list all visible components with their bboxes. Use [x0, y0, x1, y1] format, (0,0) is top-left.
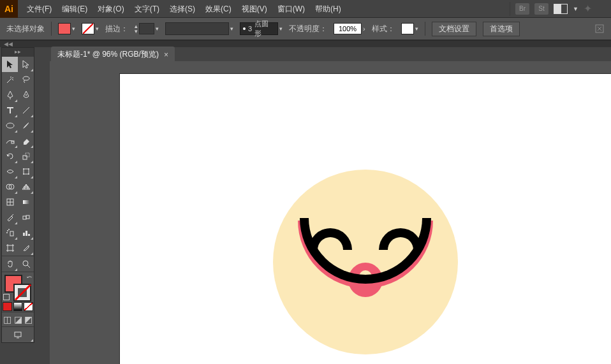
hand-tool[interactable]: [2, 256, 18, 272]
blend-tool[interactable]: [18, 210, 34, 225]
svg-rect-25: [8, 245, 13, 251]
document-tab-title: 未标题-1* @ 96% (RGB/预览): [57, 49, 159, 60]
sync-icon[interactable]: ✦: [584, 3, 592, 15]
ellipse-tool[interactable]: [2, 118, 18, 133]
document-setup-button[interactable]: 文档设置: [432, 22, 476, 36]
svg-rect-24: [28, 234, 30, 236]
selection-tool[interactable]: [2, 57, 18, 72]
chevron-down-icon[interactable]: ▾: [415, 25, 418, 32]
width-tool[interactable]: [2, 164, 18, 179]
curvature-tool[interactable]: [18, 87, 34, 103]
stroke-color-control[interactable]: ▾: [82, 23, 99, 34]
chevron-down-icon[interactable]: ▼: [573, 6, 578, 12]
arrange-documents-icon[interactable]: [554, 4, 568, 14]
artboard[interactable]: [120, 74, 611, 364]
svg-point-26: [23, 261, 28, 266]
direct-selection-tool[interactable]: [18, 57, 34, 72]
menu-right: Br St ▼ ✦: [510, 2, 611, 16]
slice-tool[interactable]: [18, 240, 34, 256]
draw-normal-icon[interactable]: ◫: [2, 312, 13, 326]
stroke-weight-input[interactable]: [139, 23, 154, 34]
eyedropper-tool[interactable]: [2, 210, 18, 225]
magic-wand-tool[interactable]: [2, 72, 18, 87]
isolate-mode-icon[interactable]: [594, 24, 605, 34]
menu-object[interactable]: 对象(O): [92, 0, 129, 18]
chevron-down-icon[interactable]: ▾: [279, 25, 283, 32]
menu-items: 文件(F) 编辑(E) 对象(O) 文字(T) 选择(S) 效果(C) 视图(V…: [22, 0, 346, 18]
color-mode-none[interactable]: [24, 302, 33, 311]
svg-point-1: [23, 76, 29, 80]
chevron-right-icon[interactable]: ›: [363, 25, 365, 33]
menu-type[interactable]: 文字(T): [129, 0, 165, 18]
gradient-tool[interactable]: [18, 194, 34, 210]
stock-icon[interactable]: St: [534, 3, 548, 15]
zoom-tool[interactable]: [18, 256, 34, 272]
menu-file[interactable]: 文件(F): [22, 0, 57, 18]
artboard-tool[interactable]: [2, 240, 18, 256]
stroke-weight-control[interactable]: ▴▾ ▾: [135, 23, 159, 34]
menu-edit[interactable]: 编辑(E): [57, 0, 92, 18]
chevron-down-icon[interactable]: ▾: [230, 25, 233, 32]
menu-select[interactable]: 选择(S): [165, 0, 200, 18]
fill-stroke-control[interactable]: ⤺: [2, 272, 34, 302]
document-tab[interactable]: 未标题-1* @ 96% (RGB/预览) ×: [51, 47, 175, 62]
line-segment-tool[interactable]: [18, 103, 34, 118]
perspective-grid-tool[interactable]: [18, 179, 34, 194]
opacity-input[interactable]: 100%: [334, 23, 362, 34]
eraser-tool[interactable]: [18, 133, 34, 149]
shaper-tool[interactable]: [2, 133, 18, 149]
stroke-swatch-none[interactable]: [82, 23, 94, 34]
chevron-down-icon[interactable]: ▾: [72, 25, 75, 32]
panel-collapse-icon[interactable]: ▸▸: [2, 48, 34, 57]
svg-rect-17: [26, 215, 29, 219]
fill-color-control[interactable]: ▾: [58, 23, 75, 34]
shape-builder-tool[interactable]: [2, 179, 18, 194]
preferences-button[interactable]: 首选项: [483, 22, 520, 36]
draw-behind-icon[interactable]: ◪: [13, 312, 24, 326]
style-control[interactable]: ▾: [401, 23, 418, 34]
svg-rect-7: [24, 169, 29, 174]
paintbrush-tool[interactable]: [18, 118, 34, 133]
swap-fill-stroke-icon[interactable]: ⤺: [27, 273, 32, 280]
variable-width-profile[interactable]: [165, 22, 229, 35]
svg-point-9: [28, 168, 29, 170]
svg-point-19: [7, 230, 8, 231]
svg-point-20: [8, 229, 10, 230]
menu-help[interactable]: 帮助(H): [310, 0, 346, 18]
mesh-tool[interactable]: [2, 194, 18, 210]
free-transform-tool[interactable]: [18, 164, 34, 179]
screen-mode-button[interactable]: [2, 327, 34, 342]
color-mode-gradient[interactable]: [13, 302, 23, 311]
close-tab-icon[interactable]: ×: [164, 50, 168, 59]
separator: [510, 2, 510, 16]
type-tool[interactable]: [2, 103, 18, 118]
symbol-sprayer-tool[interactable]: [2, 225, 18, 240]
brush-name: 点圆形: [254, 19, 275, 38]
color-mode-solid[interactable]: [3, 302, 12, 311]
fill-swatch[interactable]: [58, 23, 71, 34]
canvas-area[interactable]: [50, 61, 611, 364]
lasso-tool[interactable]: [18, 72, 34, 87]
chevron-down-icon[interactable]: ▾: [156, 25, 159, 32]
stroke-color-box[interactable]: [13, 284, 31, 302]
column-graph-tool[interactable]: [18, 225, 34, 240]
brush-control[interactable]: 3 点圆形 ▾: [240, 22, 283, 35]
svg-rect-22: [23, 233, 25, 236]
menu-effect[interactable]: 效果(C): [200, 0, 237, 18]
rotate-tool[interactable]: [2, 149, 18, 164]
style-swatch[interactable]: [401, 23, 414, 34]
pen-tool[interactable]: [2, 87, 18, 103]
scale-tool[interactable]: [18, 149, 34, 164]
menu-window[interactable]: 窗口(W): [272, 0, 310, 18]
brush-preview[interactable]: 3 点圆形: [240, 22, 278, 35]
bridge-icon[interactable]: Br: [515, 3, 529, 15]
variable-width-control[interactable]: ▾: [165, 22, 233, 35]
face-artwork[interactable]: [273, 170, 458, 354]
menu-view[interactable]: 视图(V): [237, 0, 272, 18]
default-fill-stroke-icon[interactable]: [3, 294, 10, 300]
chevron-down-icon[interactable]: ▾: [96, 25, 99, 32]
opacity-control[interactable]: 100% ›: [334, 23, 365, 34]
brush-size: 3: [248, 25, 252, 33]
selection-status: 未选择对象: [6, 24, 45, 34]
draw-inside-icon[interactable]: ◩: [23, 312, 34, 326]
